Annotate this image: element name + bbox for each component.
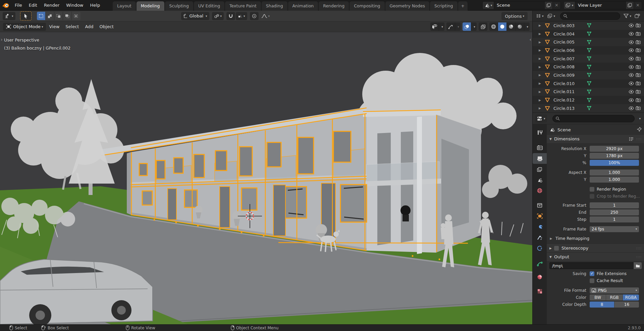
- menu-object[interactable]: Object: [97, 23, 117, 30]
- shading-wireframe-button[interactable]: [489, 22, 498, 31]
- outliner-row[interactable]: ▶Circle.005: [533, 38, 644, 46]
- show-overlays-toggle[interactable]: [463, 22, 471, 31]
- outliner-row[interactable]: ▶Circle.008: [533, 63, 644, 71]
- tab-texture-paint[interactable]: Texture Paint: [225, 1, 261, 11]
- hide-viewport-icon[interactable]: [628, 98, 635, 102]
- output-path-field[interactable]: /tmp\: [549, 262, 634, 269]
- disable-render-icon[interactable]: [635, 40, 641, 44]
- expand-icon[interactable]: ▶: [539, 73, 544, 77]
- aspect-y-field[interactable]: 1.000: [590, 177, 639, 183]
- disable-render-icon[interactable]: [635, 90, 641, 94]
- visibility-chevron[interactable]: ▾: [439, 22, 444, 31]
- outliner-row[interactable]: ▶Circle.003: [533, 21, 644, 30]
- tab-object-data[interactable]: [533, 258, 547, 269]
- hide-viewport-icon[interactable]: [628, 90, 635, 94]
- cache-result-checkbox[interactable]: [590, 278, 594, 283]
- expand-icon[interactable]: ▶: [539, 32, 544, 36]
- tab-particles[interactable]: [533, 232, 547, 243]
- panel-output[interactable]: ▼ Output ::::: [547, 252, 644, 261]
- hide-viewport-icon[interactable]: [628, 48, 635, 52]
- options-dropdown[interactable]: Options ▾: [501, 12, 528, 20]
- menu-edit[interactable]: Edit: [25, 2, 41, 9]
- hide-viewport-icon[interactable]: [628, 106, 635, 110]
- tab-material[interactable]: [533, 272, 547, 282]
- color-rgb-button[interactable]: RGB: [606, 294, 623, 301]
- file-extensions-checkbox[interactable]: ✓: [590, 271, 594, 276]
- view-layer-copy-button[interactable]: [626, 2, 634, 9]
- resolution-percent-slider[interactable]: 100%: [590, 160, 639, 166]
- toolbar-expand-arrow[interactable]: ›: [1, 37, 3, 42]
- disable-render-icon[interactable]: [635, 23, 641, 27]
- object-visibility-dropdown[interactable]: [430, 22, 439, 31]
- select-mode-intersect-button[interactable]: [72, 12, 80, 20]
- scene-unlink-button[interactable]: ✕: [552, 2, 560, 9]
- menu-view[interactable]: View: [46, 23, 62, 30]
- tab-physics[interactable]: [533, 243, 547, 254]
- pivot-point-dropdown[interactable]: ▾: [212, 12, 224, 20]
- properties-search-input[interactable]: [552, 115, 635, 122]
- outliner-row[interactable]: ▶Circle.012: [533, 96, 644, 104]
- select-mode-subtract-button[interactable]: [54, 12, 63, 20]
- expand-icon[interactable]: ▶: [539, 49, 544, 52]
- show-gizmo-toggle[interactable]: [446, 22, 455, 31]
- drag-dots-icon[interactable]: ::::: [636, 255, 642, 259]
- expand-icon[interactable]: ▶: [539, 90, 544, 93]
- tab-uv-editing[interactable]: UV Editing: [194, 1, 225, 11]
- tab-rendering[interactable]: Rendering: [319, 1, 349, 11]
- collapse-icon[interactable]: ▶: [549, 247, 554, 250]
- disable-render-icon[interactable]: [635, 65, 641, 69]
- 3d-viewport[interactable]: Object Mode ▾ View Select Add Object ▾: [0, 21, 532, 324]
- properties-options-chevron[interactable]: ▾: [639, 117, 641, 120]
- tab-modifiers[interactable]: [533, 221, 547, 232]
- snap-toggle[interactable]: [226, 12, 235, 20]
- editor-type-button[interactable]: ▾: [3, 12, 15, 20]
- select-mode-new-button[interactable]: [37, 12, 46, 20]
- snap-target-dropdown[interactable]: ▾: [236, 12, 247, 20]
- outliner-row[interactable]: ▶Circle.006: [533, 46, 644, 55]
- depth-8-button[interactable]: 8: [590, 302, 614, 308]
- shading-material-button[interactable]: [507, 22, 516, 31]
- render-region-checkbox[interactable]: [590, 187, 594, 192]
- pin-icon[interactable]: [637, 127, 642, 133]
- menu-help[interactable]: Help: [87, 2, 104, 9]
- expand-icon[interactable]: ▶: [539, 41, 544, 44]
- shading-chevron[interactable]: ▾: [524, 22, 530, 31]
- crop-to-render-region-checkbox[interactable]: [590, 194, 594, 199]
- add-workspace-button[interactable]: +: [458, 1, 468, 11]
- resolution-y-field[interactable]: 1780 px: [590, 153, 639, 159]
- tab-collection[interactable]: [533, 200, 547, 211]
- tab-layout[interactable]: Layout: [113, 1, 136, 11]
- panel-dimensions[interactable]: ▼ Dimensions ::::: [547, 134, 644, 143]
- blender-logo-icon[interactable]: [0, 2, 11, 8]
- outliner-row[interactable]: ▶Circle.010: [533, 79, 644, 88]
- hide-viewport-icon[interactable]: [628, 73, 635, 77]
- depth-16-button[interactable]: 16: [614, 302, 639, 308]
- mode-dropdown[interactable]: Object Mode ▾: [3, 23, 46, 31]
- stereoscopy-checkbox[interactable]: [554, 246, 559, 251]
- expand-icon[interactable]: ▶: [539, 107, 544, 110]
- proportional-editing-toggle[interactable]: [250, 12, 259, 20]
- tab-render[interactable]: [533, 142, 547, 153]
- outliner-editor-type-button[interactable]: ▾: [535, 12, 545, 20]
- scene-new-copy-button[interactable]: [544, 2, 552, 9]
- select-mode-invert-button[interactable]: [63, 12, 72, 20]
- tab-shading[interactable]: Shading: [262, 1, 288, 11]
- active-tool-select-box[interactable]: [20, 11, 32, 20]
- hide-viewport-icon[interactable]: [628, 40, 635, 44]
- menu-add[interactable]: Add: [82, 23, 96, 30]
- sidebar-expand-arrow[interactable]: ‹: [529, 37, 531, 42]
- outliner-row[interactable]: ▶Circle.011: [533, 88, 644, 96]
- frame-end-field[interactable]: 250: [590, 209, 639, 215]
- panel-stereoscopy[interactable]: ▶ Stereoscopy ::::: [547, 244, 644, 252]
- tab-sculpting[interactable]: Sculpting: [165, 1, 194, 11]
- resolution-x-field[interactable]: 2920 px: [590, 146, 639, 152]
- view-layer-remove-button[interactable]: ✕: [634, 2, 642, 9]
- time-remapping-expand-icon[interactable]: ▶: [547, 237, 555, 240]
- select-mode-extend-button[interactable]: [46, 12, 54, 20]
- expand-icon[interactable]: ▶: [539, 65, 544, 69]
- tab-view-layer[interactable]: [533, 164, 547, 175]
- shading-rendered-button[interactable]: [516, 22, 524, 31]
- presets-icon[interactable]: [629, 137, 634, 141]
- tab-geometry-nodes[interactable]: Geometry Nodes: [385, 1, 430, 11]
- tab-scene[interactable]: [533, 175, 547, 185]
